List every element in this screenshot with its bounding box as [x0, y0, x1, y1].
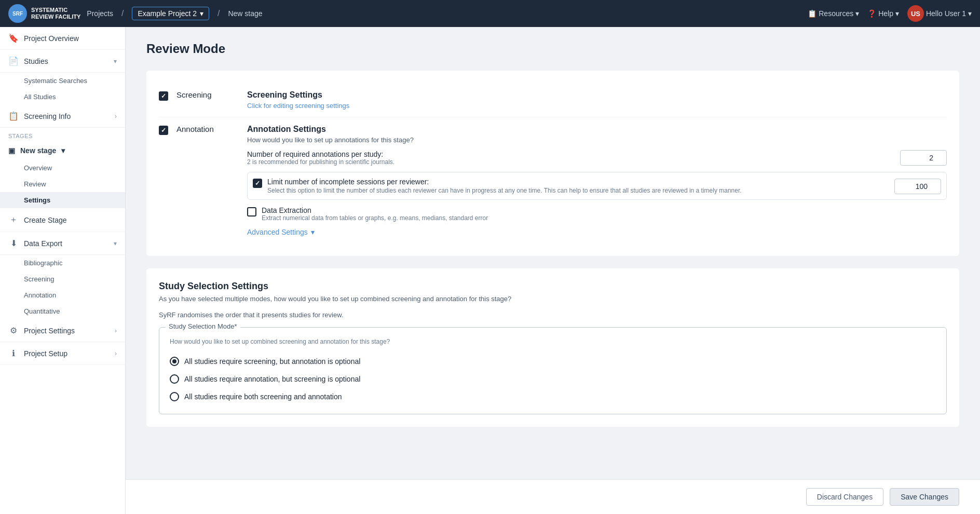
radio-btn-1[interactable]	[170, 357, 179, 366]
breadcrumb-sep-1: /	[121, 9, 124, 18]
annotations-field-sublabel: 2 is recommended for publishing in scien…	[247, 158, 892, 166]
chevron-right-icon-settings: ›	[115, 327, 117, 334]
sidebar-item-screening-info[interactable]: 📋 Screening Info ›	[0, 105, 125, 128]
radio-btn-3[interactable]	[170, 392, 179, 401]
sidebar-item-new-stage[interactable]: ▣ New stage ▾	[0, 141, 125, 160]
advanced-settings-button[interactable]: Advanced Settings ▾	[247, 228, 315, 236]
sidebar-item-bibliographic[interactable]: Bibliographic	[0, 255, 125, 271]
stages-section-label: Stages	[0, 128, 125, 141]
resources-button[interactable]: 📋 Resources ▾	[808, 9, 859, 18]
annotation-settings-col: Annotation Settings How would you like t…	[247, 125, 947, 236]
radio-option-2[interactable]: All studies require annotation, but scre…	[170, 370, 936, 388]
radio-btn-2[interactable]	[170, 374, 179, 384]
annotation-row: Annotation Annotation Settings How would…	[159, 117, 947, 244]
projects-link[interactable]: Projects	[87, 9, 113, 18]
data-extraction-title: Data Extraction	[262, 206, 488, 214]
sidebar-item-create-stage[interactable]: ＋ Create Stage	[0, 208, 125, 232]
annotations-per-study-input[interactable]	[900, 150, 947, 166]
breadcrumb-sep-2: /	[217, 9, 220, 18]
top-navigation: SRF SYSTEMATIC Review Facility Projects …	[0, 0, 980, 27]
radio-option-1[interactable]: All studies require screening, but annot…	[170, 353, 936, 370]
annotation-checkbox-col	[159, 125, 168, 135]
study-selection-fieldset: Study Selection Mode* How would you like…	[159, 327, 947, 414]
sidebar-item-annotation[interactable]: Annotation	[0, 287, 125, 303]
page-title: Review Mode	[146, 42, 959, 56]
screening-settings-col: Screening Settings Click for editing scr…	[247, 90, 947, 110]
user-menu[interactable]: US Hello User 1 ▾	[907, 5, 972, 22]
limit-sessions-row: Limit number of incomplete sessions per …	[247, 172, 947, 200]
sidebar-item-label: Project Setup	[24, 349, 110, 358]
footer: Discard Changes Save Changes	[126, 479, 980, 514]
study-selection-desc2: SyRF randomises the order that it presen…	[159, 311, 947, 319]
sidebar-item-screening[interactable]: Screening	[0, 271, 125, 287]
radio-label-3: All studies require both screening and a…	[184, 393, 342, 401]
discard-changes-button[interactable]: Discard Changes	[806, 488, 883, 506]
bookmark-icon: 🔖	[8, 33, 19, 43]
screening-checkbox[interactable]	[159, 91, 168, 101]
screening-label: Screening	[176, 90, 212, 99]
data-extraction-content: Data Extraction Extract numerical data f…	[262, 206, 488, 222]
sidebar-item-studies[interactable]: 📄 Studies ▾	[0, 50, 125, 73]
sidebar-item-review[interactable]: Review	[0, 176, 125, 192]
sidebar-item-label: Create Stage	[24, 216, 117, 224]
nav-right: 📋 Resources ▾ ❓ Help ▾ US Hello User 1 ▾	[808, 5, 972, 22]
info-icon: ℹ	[8, 348, 19, 358]
user-avatar: US	[907, 5, 924, 22]
annotation-settings-desc: How would you like to set up annotations…	[247, 136, 947, 144]
annotation-checkbox[interactable]	[159, 126, 168, 135]
limit-sessions-input[interactable]	[894, 179, 941, 194]
sidebar-item-quantitative[interactable]: Quantitative	[0, 303, 125, 319]
radio-option-3[interactable]: All studies require both screening and a…	[170, 388, 936, 405]
sidebar-item-systematic-searches[interactable]: Systematic Searches	[0, 73, 125, 89]
screening-settings-link[interactable]: Click for editing screening settings	[247, 102, 947, 110]
sidebar-item-settings[interactable]: Settings	[0, 192, 125, 208]
brand: SRF SYSTEMATIC Review Facility	[8, 4, 80, 23]
limit-sessions-content: Limit number of incomplete sessions per …	[267, 178, 889, 194]
sidebar-item-project-setup[interactable]: ℹ Project Setup ›	[0, 342, 125, 365]
project-dropdown[interactable]: Example Project 2 ▾	[132, 7, 209, 20]
sidebar-item-data-export[interactable]: ⬇ Data Export ▾	[0, 232, 125, 255]
sidebar-item-label: Project Overview	[24, 34, 117, 43]
study-selection-desc1: As you have selected multiple modes, how…	[159, 295, 947, 303]
sidebar-item-label: Data Export	[24, 239, 108, 248]
brand-logo: SRF	[8, 4, 27, 23]
annotations-field-label-block: Number of required annotations per study…	[247, 150, 892, 166]
sidebar: 🔖 Project Overview 📄 Studies ▾ Systemati…	[0, 27, 126, 514]
chevron-down-icon-stage: ▾	[61, 146, 65, 155]
sidebar-stage-label: New stage	[20, 146, 56, 155]
document-icon: 📄	[8, 56, 19, 66]
data-extraction-desc: Extract numerical data from tables or gr…	[262, 214, 488, 222]
screening-settings-title: Screening Settings	[247, 90, 947, 100]
download-icon: ⬇	[8, 238, 19, 248]
limit-sessions-checkbox[interactable]	[253, 179, 262, 188]
limit-sessions-desc: Select this option to limit the number o…	[267, 187, 889, 194]
sidebar-item-label: Studies	[24, 57, 108, 65]
chevron-down-icon-advanced: ▾	[311, 228, 315, 236]
radio-label-2: All studies require annotation, but scre…	[184, 375, 360, 383]
help-button[interactable]: ❓ Help ▾	[867, 9, 899, 18]
sidebar-item-project-overview[interactable]: 🔖 Project Overview	[0, 27, 125, 50]
annotation-settings-title: Annotation Settings	[247, 125, 947, 134]
plus-icon: ＋	[8, 214, 19, 225]
chevron-down-icon: ▾	[114, 58, 117, 65]
limit-sessions-checkbox-col	[253, 178, 262, 188]
main-content: Review Mode Screening Screening Settings…	[126, 27, 980, 479]
sidebar-item-overview[interactable]: Overview	[0, 160, 125, 176]
save-changes-button[interactable]: Save Changes	[890, 488, 959, 506]
screening-checkbox-col	[159, 90, 168, 101]
sidebar-item-project-settings[interactable]: ⚙ Project Settings ›	[0, 319, 125, 342]
chevron-right-icon-setup: ›	[115, 350, 117, 357]
data-extraction-checkbox[interactable]	[247, 207, 256, 217]
data-extraction-checkbox-col	[247, 206, 256, 217]
stage-breadcrumb: New stage	[228, 9, 262, 18]
annotation-label-col: Annotation	[176, 125, 239, 134]
sidebar-item-all-studies[interactable]: All Studies	[0, 89, 125, 105]
fieldset-legend: Study Selection Mode*	[166, 322, 240, 330]
screening-row: Screening Screening Settings Click for e…	[159, 83, 947, 117]
brand-text: SYSTEMATIC Review Facility	[31, 7, 80, 20]
app-layout: 🔖 Project Overview 📄 Studies ▾ Systemati…	[0, 27, 980, 514]
gear-icon: ⚙	[8, 326, 19, 335]
data-extraction-row: Data Extraction Extract numerical data f…	[247, 206, 947, 222]
study-selection-section: Study Selection Settings As you have sel…	[146, 268, 959, 427]
fieldset-subtitle: How would you like to set up combined sc…	[170, 338, 936, 345]
